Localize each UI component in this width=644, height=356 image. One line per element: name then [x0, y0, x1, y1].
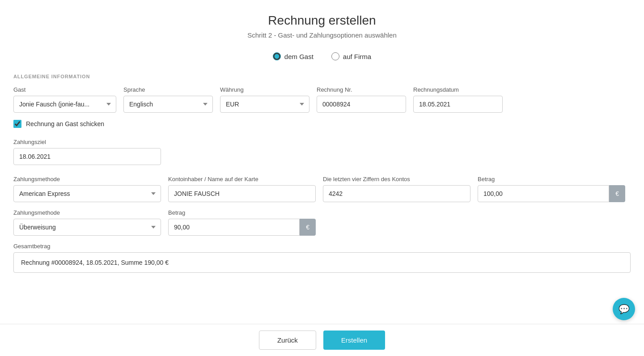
kontoinhaber-group: Kontoinhaber / Name auf der Karte — [168, 176, 316, 202]
gast-select-wrapper: Jonie Fausch (jonie-fau... — [13, 96, 116, 113]
radio-company-label[interactable]: auf Firma — [331, 52, 371, 60]
betrag-2-input[interactable] — [168, 219, 300, 236]
gast-group: Gast Jonie Fausch (jonie-fau... — [13, 86, 116, 113]
zahlungsmethode-1-select-wrapper: American Express — [13, 185, 161, 202]
radio-guest[interactable] — [273, 52, 281, 60]
rechnungsdatum-label: Rechnungsdatum — [413, 86, 503, 93]
chat-icon: 💬 — [619, 304, 630, 314]
rechnungsdatum-input[interactable] — [413, 96, 503, 113]
rechnung-nr-label: Rechnung Nr. — [317, 86, 406, 93]
radio-guest-text: dem Gast — [284, 53, 314, 60]
betrag-1-input[interactable] — [478, 185, 609, 202]
kontoinhaber-label: Kontoinhaber / Name auf der Karte — [168, 176, 316, 182]
gast-label: Gast — [13, 86, 116, 93]
zahlungsmethode-2-group: Zahlungsmethode Überweisung — [13, 209, 161, 236]
zahlungsmethode-1-label: Zahlungsmethode — [13, 176, 161, 182]
back-button[interactable]: Zurück — [259, 331, 316, 350]
betrag-1-currency-symbol: € — [609, 185, 625, 202]
sprache-group: Sprache Englisch — [123, 86, 213, 113]
zahlungsmethode-2-label: Zahlungsmethode — [13, 209, 161, 216]
waehrung-group: Währung EUR — [220, 86, 309, 113]
betrag-1-label: Betrag — [478, 176, 625, 182]
betrag-2-group: Betrag € — [168, 209, 316, 236]
send-to-guest-checkbox[interactable] — [13, 120, 21, 128]
last-four-group: Die letzten vier Ziffern des Kontos — [323, 176, 470, 202]
section-label-general: ALLGEMEINE INFORMATION — [13, 74, 631, 79]
sprache-label: Sprache — [123, 86, 213, 93]
zahlungsmethode-2-select[interactable]: Überweisung — [13, 219, 161, 236]
zahlungsziel-section: Zahlungsziel — [13, 139, 631, 165]
betrag-2-currency-symbol: € — [300, 219, 316, 236]
payment-method-1-row: Zahlungsmethode American Express Kontoin… — [13, 176, 631, 202]
zahlungsziel-group: Zahlungsziel — [13, 139, 631, 165]
zahlungsmethode-2-select-wrapper: Überweisung — [13, 219, 161, 236]
radio-company[interactable] — [331, 52, 339, 60]
send-to-guest-row: Rechnung an Gast schicken — [13, 120, 631, 128]
betrag-2-label: Betrag — [168, 209, 316, 216]
zahlungsmethode-1-select[interactable]: American Express — [13, 185, 161, 202]
betrag-2-input-wrapper: € — [168, 219, 316, 236]
chat-button[interactable]: 💬 — [613, 298, 635, 320]
zahlungsziel-label: Zahlungsziel — [13, 139, 631, 145]
waehrung-label: Währung — [220, 86, 309, 93]
zahlungsmethode-1-group: Zahlungsmethode American Express — [13, 176, 161, 202]
rechnung-nr-group: Rechnung Nr. — [317, 86, 406, 113]
zahlungsziel-input[interactable] — [13, 148, 161, 165]
create-button[interactable]: Erstellen — [323, 331, 385, 350]
rechnungsdatum-group: Rechnungsdatum — [413, 86, 503, 113]
billing-type-group: dem Gast auf Firma — [13, 52, 631, 60]
gesamtbetrag-group: Gesamtbetrag Rechnung #00008924, 18.05.2… — [13, 243, 631, 273]
send-to-guest-label: Rechnung an Gast schicken — [26, 120, 104, 127]
waehrung-select-wrapper: EUR — [220, 96, 309, 113]
betrag-1-group: Betrag € — [478, 176, 625, 202]
page-subtitle: Schritt 2 - Gast- und Zahlungsoptionen a… — [13, 31, 631, 39]
general-info-row: Gast Jonie Fausch (jonie-fau... Sprache … — [13, 86, 631, 113]
gesamtbetrag-label: Gesamtbetrag — [13, 243, 631, 250]
sprache-select[interactable]: Englisch — [123, 96, 213, 113]
last-four-label: Die letzten vier Ziffern des Kontos — [323, 176, 470, 182]
waehrung-select[interactable]: EUR — [220, 96, 309, 113]
rechnung-nr-input[interactable] — [317, 96, 406, 113]
kontoinhaber-input[interactable] — [168, 185, 316, 202]
payment-method-2-row: Zahlungsmethode Überweisung Betrag € — [13, 209, 631, 236]
radio-company-text: auf Firma — [343, 53, 371, 60]
footer-buttons: Zurück Erstellen — [0, 324, 644, 356]
sprache-select-wrapper: Englisch — [123, 96, 213, 113]
gesamtbetrag-value: Rechnung #00008924, 18.05.2021, Summe 19… — [13, 252, 631, 273]
gesamtbetrag-section: Gesamtbetrag Rechnung #00008924, 18.05.2… — [13, 243, 631, 273]
page-title: Rechnung erstellen — [13, 13, 631, 28]
betrag-1-input-wrapper: € — [478, 185, 625, 202]
radio-guest-label[interactable]: dem Gast — [273, 52, 314, 60]
gast-select[interactable]: Jonie Fausch (jonie-fau... — [13, 96, 116, 113]
last-four-input[interactable] — [323, 185, 470, 202]
